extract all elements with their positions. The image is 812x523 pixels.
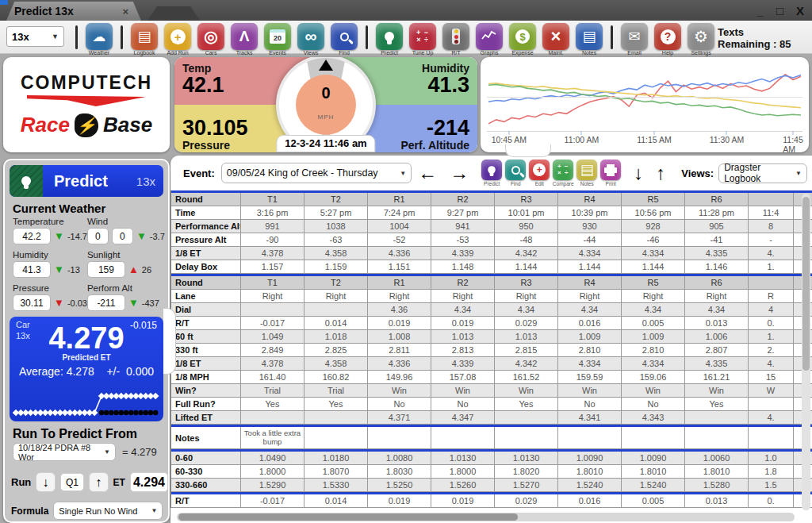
table-cell[interactable]: 930: [558, 220, 622, 233]
table-cell[interactable]: [241, 303, 304, 316]
event-button-notes[interactable]: ▤Notes: [575, 160, 599, 187]
table-cell[interactable]: -: [749, 233, 794, 246]
table-cell[interactable]: 2.849: [241, 344, 304, 356]
table-cell[interactable]: 1.8010: [685, 465, 749, 478]
table-cell[interactable]: Right: [368, 290, 431, 302]
table-cell[interactable]: Win: [495, 384, 558, 397]
table-cell[interactable]: No: [622, 398, 685, 410]
table-cell[interactable]: 4.336: [368, 357, 431, 370]
table-cell[interactable]: W: [749, 384, 794, 397]
table-cell[interactable]: [749, 398, 794, 410]
field-input[interactable]: 159: [87, 261, 125, 278]
table-cell[interactable]: 1.009: [622, 330, 685, 343]
table-cell[interactable]: Right: [558, 290, 622, 302]
table-cell[interactable]: 4.334: [622, 357, 685, 370]
table-cell[interactable]: 0.013: [685, 317, 749, 329]
table-cell[interactable]: 3:16 pm: [241, 206, 304, 219]
table-cell[interactable]: 161.40: [241, 371, 304, 383]
horizontal-scrollbar[interactable]: [177, 513, 795, 521]
table-cell[interactable]: Trial: [241, 384, 304, 397]
table-cell[interactable]: 1.5290: [241, 479, 304, 491]
table-cell[interactable]: 4.: [749, 411, 794, 424]
table-cell[interactable]: R4: [558, 193, 622, 206]
table-cell[interactable]: R2: [431, 193, 495, 206]
table-cell[interactable]: 1.0490: [241, 452, 304, 464]
table-cell[interactable]: Right: [431, 290, 495, 302]
event-button-edit[interactable]: +Edit: [527, 160, 551, 187]
run-down-button[interactable]: ↓: [36, 472, 55, 492]
table-cell[interactable]: 1.144: [558, 260, 622, 273]
table-cell[interactable]: 161.21: [685, 371, 749, 383]
table-cell[interactable]: 4.339: [431, 247, 495, 260]
table-cell[interactable]: 1.008: [368, 330, 431, 343]
round-value[interactable]: Q1: [60, 473, 85, 491]
table-cell[interactable]: 4: [749, 303, 794, 316]
table-cell[interactable]: 10:39 pm: [558, 206, 622, 219]
vertical-scrollbar[interactable]: [802, 194, 810, 510]
table-cell[interactable]: R4: [558, 276, 622, 289]
toolbar-button-maint-[interactable]: ×Maint.: [540, 23, 572, 56]
table-cell[interactable]: 1.8020: [495, 465, 558, 478]
toolbar-button-email[interactable]: ✉Email: [619, 23, 650, 56]
table-cell[interactable]: 1.0130: [495, 452, 558, 464]
table-cell[interactable]: 4.358: [304, 357, 368, 370]
table-cell[interactable]: 2.810: [558, 344, 622, 356]
table-cell[interactable]: [749, 276, 794, 289]
background-tab[interactable]: [147, 6, 200, 21]
table-cell[interactable]: 905: [685, 220, 749, 233]
table-cell[interactable]: 15: [749, 371, 794, 383]
table-cell[interactable]: 1.5240: [622, 479, 685, 491]
table-cell[interactable]: 4.34: [495, 303, 558, 316]
table-cell[interactable]: [495, 427, 558, 448]
table-cell[interactable]: 5:27 pm: [304, 206, 368, 219]
table-cell[interactable]: 2.811: [368, 344, 431, 356]
table-cell[interactable]: 4.34: [558, 303, 622, 316]
table-cell[interactable]: [622, 427, 685, 448]
table-cell[interactable]: [431, 427, 495, 448]
toolbar-button-events[interactable]: 20Events: [262, 23, 293, 56]
table-cell[interactable]: 0.: [749, 494, 794, 507]
table-cell[interactable]: 1.0090: [558, 452, 622, 464]
table-cell[interactable]: [304, 427, 368, 448]
table-cell[interactable]: 4.: [749, 247, 794, 260]
table-cell[interactable]: No: [368, 398, 431, 410]
table-cell[interactable]: [685, 411, 749, 424]
table-cell[interactable]: 0.005: [622, 317, 685, 329]
table-cell[interactable]: 1.5280: [685, 479, 749, 491]
next-event-button[interactable]: →: [450, 163, 469, 183]
table-cell[interactable]: 159.59: [558, 371, 622, 383]
table-cell[interactable]: [304, 303, 368, 316]
field-input[interactable]: 41.3: [13, 261, 51, 278]
table-cell[interactable]: 1.144: [495, 260, 558, 273]
table-cell[interactable]: 4.335: [685, 357, 749, 370]
table-cell[interactable]: 4.36: [368, 303, 431, 316]
table-cell[interactable]: 1.0060: [685, 452, 749, 464]
table-cell[interactable]: -53: [431, 233, 495, 246]
event-button-find[interactable]: Find: [504, 160, 527, 187]
field-input[interactable]: 42.2: [13, 228, 51, 244]
table-cell[interactable]: 4.378: [241, 247, 304, 260]
table-cell[interactable]: 1.049: [241, 330, 304, 343]
table-cell[interactable]: 1.5240: [558, 479, 622, 491]
table-cell[interactable]: R: [749, 290, 794, 302]
table-cell[interactable]: 0.013: [685, 494, 749, 507]
table-cell[interactable]: 1.159: [304, 260, 368, 273]
table-cell[interactable]: 1.: [749, 260, 794, 273]
table-cell[interactable]: 4.343: [622, 411, 685, 424]
table-cell[interactable]: R6: [685, 193, 749, 206]
table-cell[interactable]: 1.0: [749, 452, 794, 464]
table-cell[interactable]: 928: [622, 220, 685, 233]
table-cell[interactable]: 0.016: [558, 494, 622, 507]
table-cell[interactable]: 1.8000: [241, 465, 304, 478]
table-cell[interactable]: 10:56 pm: [622, 206, 685, 219]
table-cell[interactable]: 0.005: [622, 494, 685, 507]
table-cell[interactable]: 0.029: [495, 317, 558, 329]
field-input[interactable]: -211: [87, 294, 125, 311]
table-cell[interactable]: Win: [431, 384, 495, 397]
toolbar-button-help[interactable]: ?Help: [652, 23, 684, 56]
table-cell[interactable]: 2.: [749, 344, 794, 356]
table-cell[interactable]: 1.5270: [495, 479, 558, 491]
table-cell[interactable]: [241, 411, 304, 424]
table-cell[interactable]: -0.017: [241, 494, 304, 507]
table-cell[interactable]: 1.157: [241, 260, 304, 273]
